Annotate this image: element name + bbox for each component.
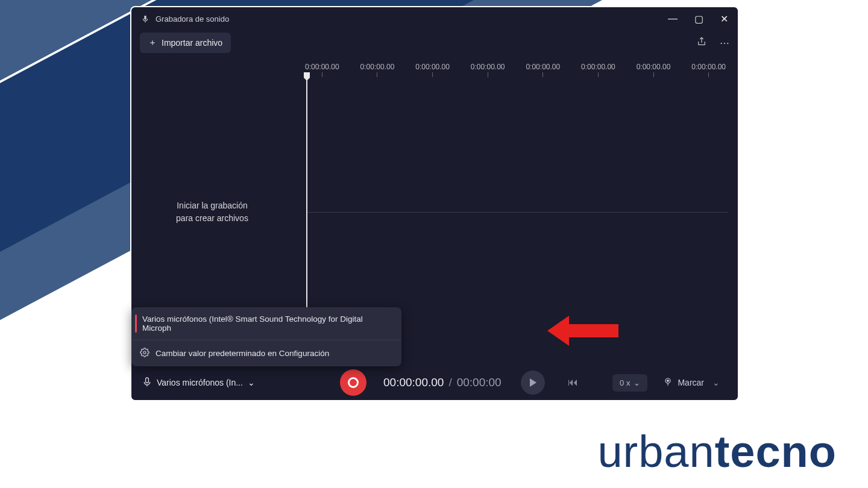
- ruler-tick: 0:00:00.00: [526, 63, 560, 77]
- annotation-arrow: [547, 311, 620, 351]
- mic-option-label: Varios micrófonos (Intel® Smart Sound Te…: [142, 314, 393, 333]
- ruler-tick: 0:00:00.00: [691, 63, 726, 77]
- play-button[interactable]: [521, 371, 545, 395]
- ruler-tick: 0:00:00.00: [471, 63, 505, 77]
- app-title: Grabadora de sonido: [156, 14, 229, 23]
- plus-icon: ＋: [148, 37, 157, 48]
- svg-marker-8: [547, 316, 618, 346]
- ruler-tick: 0:00:00.00: [581, 63, 615, 77]
- record-icon: [348, 377, 359, 388]
- window-controls: — ▢ ✕: [668, 13, 728, 25]
- mic-popup-menu: Varios micrófonos (Intel® Smart Sound Te…: [131, 307, 401, 366]
- titlebar: Grabadora de sonido — ▢ ✕: [131, 7, 738, 30]
- toolbar-right: ⋯: [697, 37, 729, 49]
- import-file-button[interactable]: ＋ Importar archivo: [140, 33, 231, 53]
- settings-label: Cambiar valor predeterminado en Configur…: [156, 349, 329, 358]
- waveform-center-line: [307, 212, 728, 213]
- mic-option[interactable]: Varios micrófonos (Intel® Smart Sound Te…: [131, 307, 401, 340]
- ruler-tick: 0:00:00.00: [360, 63, 395, 77]
- time-ruler: 0:00:00.00 0:00:00.00 0:00:00.00 0:00:00…: [293, 59, 738, 77]
- share-icon[interactable]: [697, 37, 706, 49]
- maximize-button[interactable]: ▢: [694, 13, 703, 25]
- ruler-tick: 0:00:00.00: [415, 63, 450, 77]
- ruler-tick: 0:00:00.00: [305, 63, 339, 77]
- time-total: 00:00:00: [457, 376, 502, 389]
- app-icon: [141, 14, 149, 23]
- speed-dropdown[interactable]: 0 x ⌄: [612, 374, 647, 392]
- mic-dropdown-label: Varios micrófonos (In...: [157, 378, 243, 387]
- mark-button[interactable]: Marcar ⌄: [656, 373, 727, 393]
- svg-point-7: [667, 380, 669, 381]
- chevron-down-icon: ⌄: [634, 378, 640, 387]
- mic-icon: [142, 377, 152, 389]
- titlebar-left: Grabadora de sonido: [141, 14, 229, 23]
- sidebar-hint: Iniciar la grabación para crear archivos: [176, 199, 248, 225]
- open-settings-option[interactable]: Cambiar valor predeterminado en Configur…: [131, 340, 401, 366]
- skip-back-button[interactable]: ⏮: [568, 377, 578, 389]
- import-label: Importar archivo: [162, 38, 222, 48]
- close-button[interactable]: ✕: [720, 13, 728, 25]
- time-display: 00:00:00.00 / 00:00:00: [383, 376, 502, 389]
- hint-line: Iniciar la grabación: [176, 199, 248, 212]
- mic-dropdown[interactable]: Varios micrófonos (In... ⌄: [142, 377, 278, 389]
- marker-icon: [663, 377, 673, 389]
- more-icon[interactable]: ⋯: [720, 37, 729, 49]
- record-button[interactable]: [340, 369, 366, 396]
- control-bar: Varios micrófonos (In... ⌄ 00:00:00.00 /…: [131, 365, 738, 400]
- gear-icon: [140, 348, 149, 359]
- brand-part: urban: [597, 427, 714, 477]
- brand-logo: urbantecno: [597, 426, 837, 477]
- toolbar: ＋ Importar archivo ⋯: [131, 30, 738, 59]
- mark-label: Marcar: [678, 378, 704, 387]
- ruler-tick: 0:00:00.00: [637, 63, 671, 77]
- hint-line: para crear archivos: [176, 212, 248, 225]
- app-window: Grabadora de sonido — ▢ ✕ ＋ Importar arc…: [130, 6, 739, 401]
- play-icon: [530, 378, 536, 387]
- chevron-down-icon: ⌄: [248, 378, 255, 387]
- time-current: 00:00:00.00: [383, 376, 444, 389]
- minimize-button[interactable]: —: [668, 13, 678, 24]
- speed-label: 0 x: [620, 378, 630, 387]
- svg-rect-4: [146, 377, 149, 383]
- brand-part: tecno: [715, 427, 837, 477]
- time-separator: /: [448, 376, 451, 389]
- svg-rect-0: [144, 16, 146, 20]
- chevron-down-icon: ⌄: [712, 378, 720, 387]
- svg-point-3: [143, 351, 146, 354]
